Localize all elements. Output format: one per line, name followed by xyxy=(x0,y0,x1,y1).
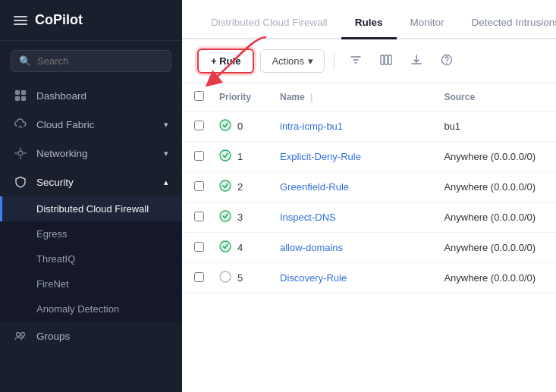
filter-icon xyxy=(350,54,362,69)
sidebar-item-networking-label: Networking xyxy=(36,148,88,159)
sort-icon: | xyxy=(310,92,313,102)
svg-point-6 xyxy=(21,333,25,337)
rules-table: Priority Name | Source xyxy=(182,83,556,293)
col-priority: Priority xyxy=(207,83,268,111)
row-source: bu1 xyxy=(432,111,556,142)
sidebar-item-threatiq-label: ThreatIQ xyxy=(36,253,75,265)
tab-dcf[interactable]: Distributed Cloud Firewall xyxy=(197,8,341,39)
actions-button[interactable]: Actions ▾ xyxy=(260,49,325,73)
columns-button[interactable] xyxy=(374,49,398,74)
row-name[interactable]: allow-domains xyxy=(268,233,432,263)
chevron-down-icon: ▾ xyxy=(164,120,168,130)
tab-detected-intrusions[interactable]: Detected Intrusions xyxy=(458,8,556,39)
row-name[interactable]: Greenfield-Rule xyxy=(268,172,432,202)
sidebar-item-egress[interactable]: Egress xyxy=(0,221,182,246)
svg-rect-0 xyxy=(15,90,20,95)
chevron-down-icon: ▾ xyxy=(164,149,168,158)
sidebar-item-security[interactable]: Security ▴ xyxy=(0,168,182,196)
main-panel: Distributed Cloud Firewall Rules Monitor… xyxy=(182,0,556,392)
col-select[interactable] xyxy=(182,83,207,111)
sidebar-item-distributed-cloud-firewall[interactable]: Distributed Cloud Firewall xyxy=(0,196,182,221)
rule-name-link[interactable]: intra-icmp-bu1 xyxy=(280,121,343,132)
search-box[interactable]: 🔍 xyxy=(11,50,171,72)
search-icon: 🔍 xyxy=(19,55,31,67)
svg-rect-10 xyxy=(388,55,391,64)
sidebar: CoPilot 🔍 Dashboard Cloud Fabric ▾ Netwo… xyxy=(0,0,182,392)
row-name[interactable]: intra-icmp-bu1 xyxy=(268,111,432,142)
columns-icon xyxy=(380,54,392,69)
chevron-down-icon: ▾ xyxy=(308,55,313,67)
sidebar-item-firenet[interactable]: FireNet xyxy=(0,271,182,296)
rule-name-link[interactable]: Explicit-Deny-Rule xyxy=(280,151,361,162)
search-input[interactable] xyxy=(37,55,163,67)
sidebar-item-groups[interactable]: Groups xyxy=(0,321,182,350)
table-row: 2 Greenfield-Rule Anywhere (0.0.0.0/0) xyxy=(182,172,556,202)
help-icon xyxy=(441,54,453,69)
row-select-cell[interactable] xyxy=(182,172,207,202)
row-checkbox[interactable] xyxy=(194,242,204,252)
row-priority: 0 xyxy=(207,111,268,142)
row-name[interactable]: Explicit-Deny-Rule xyxy=(268,142,432,172)
row-select-cell[interactable] xyxy=(182,111,207,142)
sidebar-item-cloud-fabric-label: Cloud Fabric xyxy=(36,119,95,130)
table-row: 3 Inspect-DNS Anywhere (0.0.0.0/0) xyxy=(182,202,556,233)
sidebar-item-threatiq[interactable]: ThreatIQ xyxy=(0,246,182,271)
row-checkbox[interactable] xyxy=(194,212,204,221)
rules-table-wrap: Priority Name | Source xyxy=(182,83,556,392)
select-all-checkbox[interactable] xyxy=(194,91,204,101)
tabs-bar: Distributed Cloud Firewall Rules Monitor… xyxy=(182,0,556,39)
row-name[interactable]: Inspect-DNS xyxy=(268,202,432,233)
row-checkbox[interactable] xyxy=(194,151,204,161)
rule-name-link[interactable]: Inspect-DNS xyxy=(280,212,336,223)
row-checkbox[interactable] xyxy=(194,121,204,130)
sidebar-item-egress-label: Egress xyxy=(36,228,67,240)
row-name[interactable]: Discovery-Rule xyxy=(268,263,432,293)
status-icon xyxy=(219,240,231,255)
networking-icon xyxy=(14,146,27,160)
table-header-row: Priority Name | Source xyxy=(182,83,556,111)
row-source: Anywhere (0.0.0.0/0) xyxy=(432,142,556,172)
row-select-cell[interactable] xyxy=(182,263,207,293)
row-priority: 4 xyxy=(207,233,268,263)
main-content: Distributed Cloud Firewall Rules Monitor… xyxy=(182,0,556,392)
sidebar-item-firenet-label: FireNet xyxy=(36,278,69,290)
hamburger-icon[interactable] xyxy=(14,16,27,25)
toolbar-separator xyxy=(334,53,335,70)
col-source: Source xyxy=(432,83,556,111)
row-source: Anywhere (0.0.0.0/0) xyxy=(432,172,556,202)
sidebar-item-anomaly-detection[interactable]: Anomaly Detection xyxy=(0,296,182,321)
download-button[interactable] xyxy=(404,49,429,74)
cloud-fabric-icon xyxy=(14,118,27,131)
status-icon xyxy=(219,119,231,133)
row-source: Anywhere (0.0.0.0/0) xyxy=(432,233,556,263)
security-icon xyxy=(14,175,27,189)
dashboard-icon xyxy=(14,89,27,102)
rule-name-link[interactable]: Greenfield-Rule xyxy=(280,181,349,193)
svg-rect-1 xyxy=(21,90,26,95)
row-checkbox[interactable] xyxy=(194,181,204,191)
status-icon xyxy=(219,180,231,194)
row-select-cell[interactable] xyxy=(182,142,207,172)
table-row: 5 Discovery-Rule Anywhere (0.0.0.0/0) xyxy=(182,263,556,293)
rule-name-link[interactable]: Discovery-Rule xyxy=(280,272,347,284)
svg-point-4 xyxy=(18,151,23,155)
help-button[interactable] xyxy=(435,49,459,74)
filter-button[interactable] xyxy=(344,49,368,74)
table-row: 4 allow-domains Anywhere (0.0.0.0/0) xyxy=(182,233,556,263)
add-rule-button[interactable]: + Rule xyxy=(197,49,254,74)
row-select-cell[interactable] xyxy=(182,233,207,263)
sidebar-item-security-label: Security xyxy=(36,177,74,188)
app-header[interactable]: CoPilot xyxy=(0,0,182,41)
tab-monitor[interactable]: Monitor xyxy=(397,8,458,39)
sidebar-item-cloud-fabric[interactable]: Cloud Fabric ▾ xyxy=(0,110,182,139)
row-source: Anywhere (0.0.0.0/0) xyxy=(432,202,556,233)
status-icon xyxy=(219,271,231,285)
rule-name-link[interactable]: allow-domains xyxy=(280,242,343,253)
row-checkbox[interactable] xyxy=(194,272,204,282)
sidebar-item-dashboard[interactable]: Dashboard xyxy=(0,81,182,110)
sidebar-item-networking[interactable]: Networking ▾ xyxy=(0,139,182,168)
tab-rules[interactable]: Rules xyxy=(341,8,397,39)
row-priority: 3 xyxy=(207,202,268,233)
row-select-cell[interactable] xyxy=(182,202,207,233)
svg-rect-9 xyxy=(385,55,388,64)
